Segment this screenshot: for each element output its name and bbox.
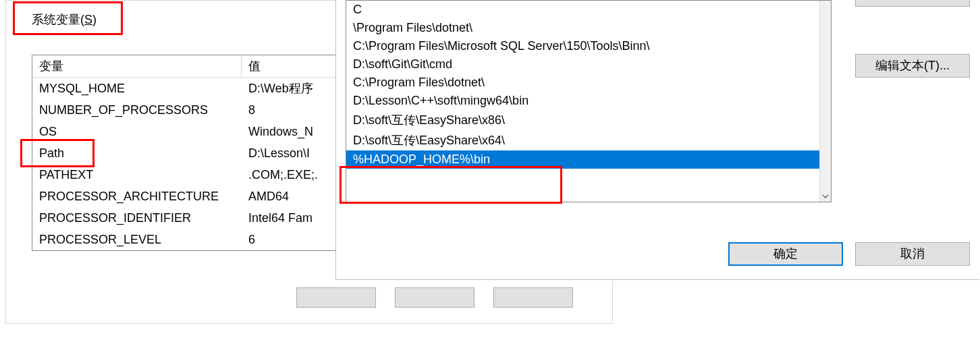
system-variables-label: 系统变量(S) [26,9,102,30]
var-name: MYSQL_HOME [32,80,242,97]
delete-button-cut[interactable] [493,287,573,308]
new-button-cut[interactable] [296,287,376,308]
scrollbar[interactable] [819,1,831,202]
var-name: OS [32,123,242,140]
var-name: PROCESSOR_LEVEL [32,231,242,248]
column-header-name[interactable]: 变量 [32,55,242,77]
cancel-button[interactable]: 取消 [855,242,970,266]
list-item[interactable]: %HADOOP_HOME%\bin [346,150,819,169]
list-item[interactable]: C [346,1,819,19]
path-list[interactable]: C\Program Files\dotnet\C:\Program Files\… [346,0,832,202]
list-item[interactable]: D:\Lesson\C++\soft\mingw64\bin [346,92,819,110]
group-label-prefix: 系统变量( [32,13,84,26]
dialog-side-buttons: 编辑文本(T)... [855,0,970,78]
edit-button-cut[interactable] [395,287,474,308]
edit-text-button[interactable]: 编辑文本(T)... [855,54,970,78]
dialog-bottom-buttons: 确定 取消 [728,242,970,266]
group-label-accel: S [84,13,92,26]
var-name: PROCESSOR_ARCHITECTURE [32,188,242,205]
list-item[interactable]: D:\soft\互传\EasyShare\x64\ [346,130,819,150]
var-name: Path [32,145,242,162]
ok-button[interactable]: 确定 [728,242,843,266]
edit-path-dialog: C\Program Files\dotnet\C:\Program Files\… [335,0,979,280]
var-name: NUMBER_OF_PROCESSORS [32,102,242,119]
system-variables-buttons [296,287,573,308]
list-item[interactable]: C:\Program Files\Microsoft SQL Server\15… [346,37,819,55]
list-item[interactable]: \Program Files\dotnet\ [346,19,819,37]
list-item[interactable]: D:\soft\互传\EasyShare\x86\ [346,110,819,130]
scroll-down-button[interactable] [820,190,831,202]
chevron-down-icon [822,193,829,200]
side-button-cut[interactable] [855,0,970,7]
group-label-suffix: ) [92,13,97,26]
list-item[interactable]: C:\Program Files\dotnet\ [346,74,819,92]
list-item[interactable]: D:\soft\Git\Git\cmd [346,55,819,74]
var-name: PROCESSOR_IDENTIFIER [32,210,242,227]
var-name: PATHEXT [32,167,242,184]
